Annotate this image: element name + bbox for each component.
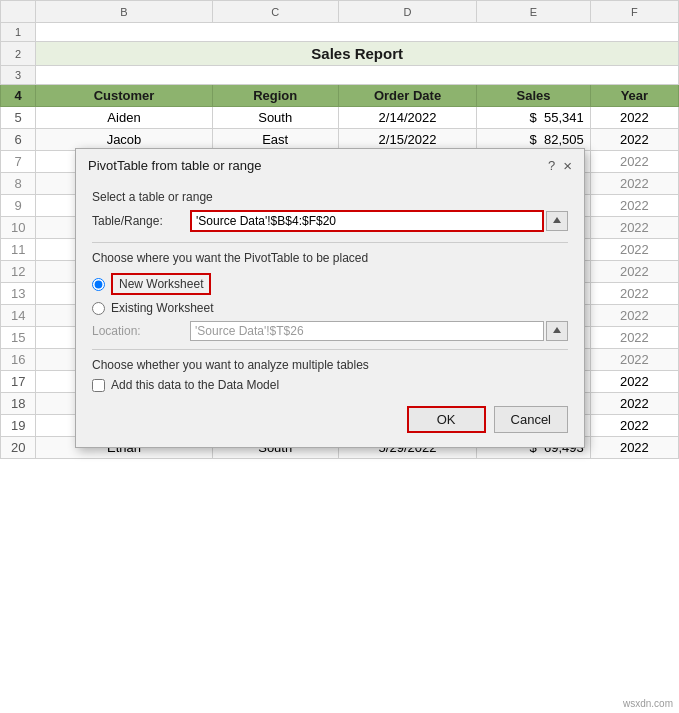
section-separator-2 xyxy=(92,349,568,350)
existing-worksheet-radio-row: Existing Worksheet xyxy=(92,301,568,315)
location-input-wrapper[interactable] xyxy=(190,321,544,341)
cell-year: 2022 xyxy=(590,129,678,151)
row-1: 1 xyxy=(1,23,679,42)
table-range-label: Table/Range: xyxy=(92,214,182,228)
cell-customer: Aiden xyxy=(36,107,212,129)
data-model-checkbox-row: Add this data to the Data Model xyxy=(92,378,568,392)
dialog-help-icon[interactable]: ? xyxy=(548,158,555,173)
cell-region: South xyxy=(212,107,338,129)
cell-date: 2/14/2022 xyxy=(338,107,477,129)
ok-button[interactable]: OK xyxy=(407,406,486,433)
col-header-e: E xyxy=(477,1,590,23)
dialog-titlebar-icons: ? × xyxy=(548,157,572,174)
dialog-close-icon[interactable]: × xyxy=(563,157,572,174)
header-region: Region xyxy=(212,85,338,107)
cell-year: 2022 xyxy=(590,107,678,129)
header-year: Year xyxy=(590,85,678,107)
location-label: Location: xyxy=(92,324,182,338)
new-worksheet-box: New Worksheet xyxy=(111,273,211,295)
rownum-1: 1 xyxy=(1,23,36,42)
col-header-row-num xyxy=(1,1,36,23)
dialog-body: Select a table or range Table/Range: Cho… xyxy=(76,180,584,447)
table-range-input[interactable] xyxy=(196,214,538,228)
title-cell: Sales Report xyxy=(36,42,679,66)
cell-sales: $ 55,341 xyxy=(477,107,590,129)
col-header-d: D xyxy=(338,1,477,23)
header-customer: Customer xyxy=(36,85,212,107)
table-range-row: Table/Range: xyxy=(92,210,568,232)
row-2: 2 Sales Report xyxy=(1,42,679,66)
cell-year: 2022 xyxy=(590,437,678,459)
cell-year: 2022 xyxy=(590,393,678,415)
svg-marker-0 xyxy=(553,217,561,223)
new-worksheet-label[interactable]: New Worksheet xyxy=(119,277,203,291)
col-header-b: B xyxy=(36,1,212,23)
rownum-6: 6 xyxy=(1,129,36,151)
cell-year: 2022 xyxy=(590,371,678,393)
existing-worksheet-label[interactable]: Existing Worksheet xyxy=(111,301,214,315)
section3-label: Choose whether you want to analyze multi… xyxy=(92,358,568,372)
cancel-button[interactable]: Cancel xyxy=(494,406,568,433)
section1-label: Select a table or range xyxy=(92,190,568,204)
location-input[interactable] xyxy=(195,324,539,338)
rownum-4: 4 xyxy=(1,85,36,107)
row-3: 3 xyxy=(1,66,679,85)
section-separator-1 xyxy=(92,242,568,243)
col-header-f: F xyxy=(590,1,678,23)
data-model-label[interactable]: Add this data to the Data Model xyxy=(111,378,279,392)
dialog-button-row: OK Cancel xyxy=(92,406,568,433)
col-header-c: C xyxy=(212,1,338,23)
rownum-5: 5 xyxy=(1,107,36,129)
new-worksheet-radio-row: New Worksheet xyxy=(92,273,568,295)
section2-label: Choose where you want the PivotTable to … xyxy=(92,251,568,265)
svg-marker-1 xyxy=(553,327,561,333)
watermark: wsxdn.com xyxy=(623,698,673,709)
dialog-title: PivotTable from table or range xyxy=(88,158,261,173)
header-sales: Sales xyxy=(477,85,590,107)
data-model-checkbox[interactable] xyxy=(92,379,105,392)
table-header-row: 4 Customer Region Order Date Sales Year xyxy=(1,85,679,107)
location-collapse-button[interactable] xyxy=(546,321,568,341)
rownum-3: 3 xyxy=(1,66,36,85)
existing-worksheet-radio[interactable] xyxy=(92,302,105,315)
location-row: Location: xyxy=(92,321,568,341)
pivot-table-dialog: PivotTable from table or range ? × Selec… xyxy=(75,148,585,448)
cell-year: 2022 xyxy=(590,415,678,437)
dialog-titlebar: PivotTable from table or range ? × xyxy=(76,149,584,180)
header-order-date: Order Date xyxy=(338,85,477,107)
column-header-row: B C D E F xyxy=(1,1,679,23)
new-worksheet-radio[interactable] xyxy=(92,278,105,291)
rownum-2: 2 xyxy=(1,42,36,66)
table-row: 5 Aiden South 2/14/2022 $ 55,341 2022 xyxy=(1,107,679,129)
table-range-collapse-button[interactable] xyxy=(546,211,568,231)
table-range-input-wrapper[interactable] xyxy=(190,210,544,232)
